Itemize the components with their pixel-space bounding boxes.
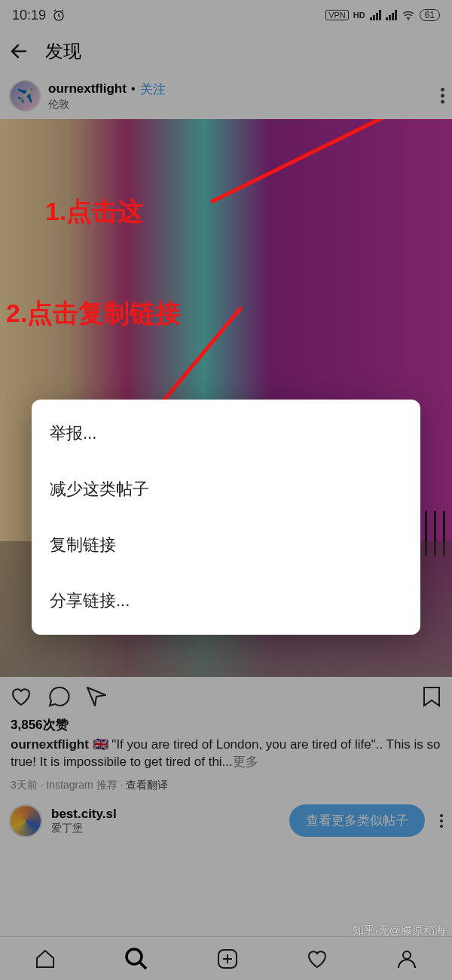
post-actions [0,677,452,716]
tab-activity-icon[interactable] [306,948,328,970]
post-username[interactable]: ournextflight [48,81,127,96]
hd-indicator: HD [353,11,365,20]
annotation-step-2: 2.点击复制链接 [6,296,181,331]
tab-bar [0,936,452,980]
avatar[interactable]: ✈️ [9,80,41,112]
vpn-indicator: VPN [325,10,349,20]
page-title: 发现 [45,39,81,63]
app-header: 发现 [0,30,452,72]
svg-point-6 [127,949,142,964]
rec-avatar[interactable] [9,804,42,838]
back-icon[interactable] [9,41,30,62]
watermark: 知乎·无@滕原稻海 [353,923,446,938]
menu-report[interactable]: 举报... [32,406,420,461]
rec-more-button[interactable] [440,814,443,828]
see-more-posts-button[interactable]: 查看更多类似帖子 [289,804,425,837]
tab-add-icon[interactable] [216,948,239,970]
post-caption: ournextflight 🇬🇧 "If you are tired of Lo… [0,733,452,774]
signal-icon-2 [386,10,397,20]
svg-point-8 [403,951,411,959]
context-menu: 举报... 减少这类帖子 复制链接 分享链接... [32,400,420,635]
tab-search-icon[interactable] [124,946,149,972]
post-meta: 3天前 · Instagram 推荐 · 查看翻译 [0,774,452,797]
menu-share-link[interactable]: 分享链接... [32,573,420,629]
bookmark-icon[interactable] [420,684,443,709]
battery-indicator: 61 [420,9,440,21]
alarm-icon [52,8,66,22]
translate-link[interactable]: 查看翻译 [126,779,168,791]
likes-count[interactable]: 3,856次赞 [0,716,452,733]
status-time: 10:19 [12,8,46,23]
more-options-button[interactable] [441,88,444,104]
tab-home-icon[interactable] [34,948,56,970]
more-link[interactable]: 更多 [233,755,258,769]
svg-point-1 [408,19,409,20]
share-icon[interactable] [84,684,108,709]
recommendation-row: best.city.sl 爱丁堡 查看更多类似帖子 [0,797,452,845]
annotation-step-1: 1.点击这 [45,194,143,229]
follow-link[interactable]: 关注 [140,81,166,98]
menu-reduce[interactable]: 减少这类帖子 [32,461,420,517]
svg-line-2 [211,119,418,202]
comment-icon[interactable] [47,684,71,709]
wifi-icon [402,8,415,22]
menu-copy-link[interactable]: 复制链接 [32,517,420,573]
like-icon[interactable] [9,684,33,709]
post-location[interactable]: 伦敦 [48,98,443,112]
tab-profile-icon[interactable] [396,948,418,970]
caption-username[interactable]: ournextflight [11,737,89,752]
post-header: ✈️ ournextflight • 关注 伦敦 [0,72,452,119]
signal-icon [370,10,381,20]
rec-location[interactable]: 爱丁堡 [51,822,280,835]
rec-username[interactable]: best.city.sl [51,807,280,822]
status-bar: 10:19 VPN HD 61 [0,0,452,30]
